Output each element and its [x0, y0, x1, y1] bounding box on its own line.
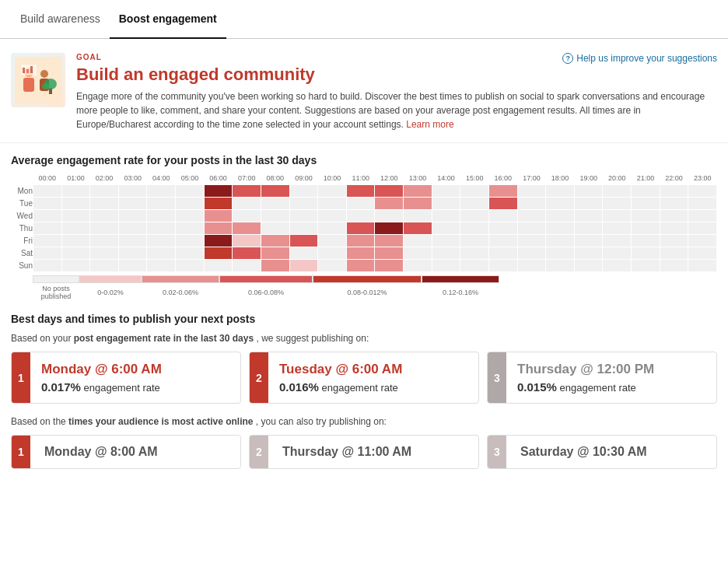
audience-time: Monday @ 8:00 AM [44, 445, 158, 459]
heat-cell [574, 222, 603, 235]
heat-cell [318, 198, 347, 210]
card-time: Thursday @ 12:00 PM [517, 362, 705, 377]
heat-cell [204, 210, 233, 222]
audience-based-text: Based on the times your audience is most… [11, 416, 717, 427]
heat-cell [603, 198, 632, 210]
heat-cell [118, 222, 147, 235]
heat-cell [61, 185, 90, 198]
svg-point-3 [40, 70, 48, 78]
heat-cell [460, 198, 489, 210]
svg-rect-2 [23, 78, 34, 92]
heat-cell [147, 235, 176, 247]
hour-label: 06:00 [204, 174, 233, 185]
heat-cell [375, 260, 404, 272]
heat-cell [660, 260, 688, 272]
heat-cell [488, 260, 517, 272]
tab-boost-engagement[interactable]: Boost engagement [110, 0, 226, 39]
heat-cell [574, 210, 603, 222]
heat-cell [488, 198, 517, 210]
audience-cards: 1Monday @ 8:00 AM2Thursday @ 11:00 AM3Sa… [11, 435, 717, 469]
heat-cell [289, 198, 318, 210]
heat-cell [632, 260, 660, 272]
heat-cell [517, 247, 546, 260]
card-rate: 0.015% engagement rate [517, 380, 705, 394]
legend-bar [142, 275, 219, 283]
heatmap-row: Sun [11, 260, 717, 272]
heat-cell [289, 247, 318, 260]
heat-cell [688, 247, 717, 260]
heat-cell [632, 198, 660, 210]
heat-cell [404, 247, 432, 260]
legend-bar [313, 275, 422, 283]
heat-cell [432, 210, 460, 222]
audience-time: Thursday @ 11:00 AM [282, 445, 411, 459]
day-label: Sun [11, 260, 33, 272]
heat-cell [118, 210, 147, 222]
heat-cell [375, 210, 404, 222]
heat-cell [546, 222, 575, 235]
help-improve-link[interactable]: ? Help us improve your suggestions [562, 53, 717, 64]
heat-cell [375, 235, 404, 247]
heat-cell [432, 260, 460, 272]
day-label: Sat [11, 247, 33, 260]
heat-cell [375, 222, 404, 235]
card-time: Tuesday @ 6:00 AM [279, 362, 467, 377]
heat-cell [603, 247, 632, 260]
heat-cell [118, 185, 147, 198]
heat-cell [233, 260, 261, 272]
card-rate: 0.016% engagement rate [279, 380, 467, 394]
hour-label: 15:00 [460, 174, 489, 185]
card-rate: 0.017% engagement rate [41, 380, 229, 394]
hour-label: 13:00 [404, 174, 432, 185]
heat-cell [33, 260, 61, 272]
heat-cell [375, 198, 404, 210]
heat-cell [147, 222, 176, 235]
heat-cell [404, 235, 432, 247]
heat-cell [289, 222, 318, 235]
heat-cell [460, 222, 489, 235]
heatmap-table: 00:0001:0002:0003:0004:0005:0006:0007:00… [11, 174, 717, 272]
heat-cell [147, 247, 176, 260]
card-rank: 1 [12, 352, 30, 403]
heat-cell [574, 185, 603, 198]
learn-more-link[interactable]: Learn more [406, 119, 453, 130]
heatmap-row: Fri [11, 235, 717, 247]
heat-cell [574, 198, 603, 210]
heat-cell [118, 198, 147, 210]
hour-label: 02:00 [90, 174, 119, 185]
heat-cell [33, 247, 61, 260]
card-time: Monday @ 6:00 AM [41, 362, 229, 377]
heat-cell [261, 247, 289, 260]
heat-cell [660, 235, 688, 247]
heatmap-title: Average engagement rate for your posts i… [11, 154, 717, 166]
goal-section: GOAL Build an engaged community Engage m… [0, 39, 728, 143]
audience-rank: 3 [488, 436, 506, 468]
tab-build-awareness[interactable]: Build awareness [11, 0, 110, 38]
heat-cell [90, 235, 119, 247]
best-times-title: Best days and times to publish your next… [11, 313, 717, 325]
heatmap-row: Sat [11, 247, 717, 260]
heat-cell [176, 198, 205, 210]
heat-cell [318, 210, 347, 222]
heat-cell [176, 222, 205, 235]
heat-cell [460, 185, 489, 198]
goal-text: GOAL Build an engaged community Engage m… [76, 53, 717, 131]
heat-cell [660, 247, 688, 260]
heat-cell [346, 247, 375, 260]
heat-cell [261, 185, 289, 198]
heat-cell [90, 247, 119, 260]
heat-cell [688, 235, 717, 247]
heat-cell [460, 210, 489, 222]
heat-cell [90, 210, 119, 222]
heat-cell [318, 185, 347, 198]
heat-cell [688, 185, 717, 198]
hour-label: 17:00 [517, 174, 546, 185]
heat-cell [688, 222, 717, 235]
heat-cell [204, 185, 233, 198]
hour-label: 22:00 [660, 174, 688, 185]
heat-cell [517, 198, 546, 210]
heat-cell [488, 185, 517, 198]
heat-cell [176, 235, 205, 247]
goal-title: Build an engaged community [76, 65, 717, 85]
legend-label: No posts published [33, 285, 79, 300]
